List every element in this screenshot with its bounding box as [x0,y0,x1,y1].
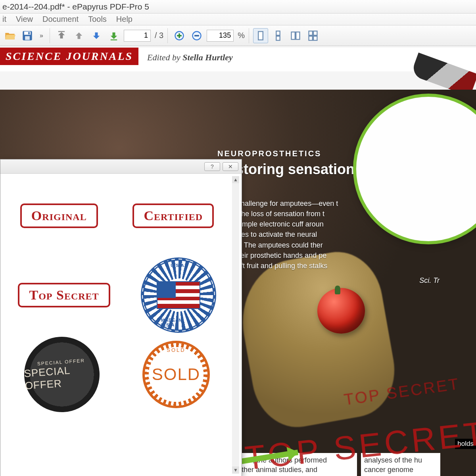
stamp-made-in-usa[interactable]: U.S.A. MADE IN U.S.A. [141,257,216,333]
close-icon: ✕ [228,163,233,170]
dialog-body: Original Certified Top Secret U.S.A. MAD… [3,176,231,474]
svg-rect-9 [276,31,280,35]
arrow-down-icon [91,30,102,41]
svg-rect-8 [258,31,263,40]
question-icon: ? [211,163,214,170]
toolbar-overflow[interactable]: » [37,32,46,39]
article-credit: Sci. Tr [217,276,455,285]
scroll-up-button[interactable]: ▲ [232,176,239,183]
svg-rect-11 [291,32,295,39]
single-page-view-button[interactable] [253,28,268,43]
single-page-icon [255,30,266,41]
journal-banner: SCIENCE JOURNALS Edited by Stella Hurtle… [0,48,476,71]
separator [167,28,168,43]
zoom-unit-label: % [238,31,245,40]
menu-view[interactable]: View [16,15,33,24]
continuous-view-button[interactable] [271,28,286,43]
stamp-original[interactable]: Original [20,203,98,228]
zoom-out-icon [191,30,202,41]
stamp-overlay-topsecret-large: TOP SECRET [243,414,476,476]
last-page-button[interactable] [106,28,121,43]
menu-help[interactable]: Help [116,15,132,24]
svg-rect-14 [313,31,317,35]
facing-pages-icon [290,30,301,41]
dialog-close-button[interactable]: ✕ [223,162,238,171]
arrow-last-icon [108,30,119,41]
svg-rect-3 [28,32,30,34]
edited-by-prefix: Edited by [147,52,182,62]
stamp-picker-dialog: ? ✕ ▲ ▼ Original Certified Top Secret U.… [0,159,242,476]
svg-rect-12 [296,32,299,39]
scroll-down-button[interactable]: ▼ [232,466,239,474]
svg-rect-15 [309,36,312,40]
menu-tools[interactable]: Tools [88,15,107,24]
stamp-special-offer[interactable]: SPECIAL OFFER SPECIAL OFFER [22,334,102,415]
svg-rect-13 [309,31,312,35]
dialog-title-bar[interactable]: ? ✕ [0,159,242,174]
editor-name: Stella Hurtley [182,52,233,62]
facing-view-button[interactable] [288,28,303,43]
menu-bar: it View Document Tools Help [0,13,476,25]
arrow-up-icon [73,30,84,41]
edited-by: Edited by Stella Hurtley [147,52,233,63]
page-number-input[interactable] [124,30,151,42]
stamp-sold[interactable]: SOLD [142,341,210,408]
tomato-illustration [317,288,365,334]
document-viewport[interactable]: SCIENCE JOURNALS Edited by Stella Hurtle… [0,46,476,476]
menu-edit[interactable]: it [2,15,6,24]
svg-rect-5 [111,39,117,40]
open-button[interactable] [2,28,17,43]
zoom-in-icon [174,30,185,41]
next-page-button[interactable] [89,28,104,43]
sold-text: SOLD [152,365,200,384]
svg-rect-2 [25,36,30,40]
usa-flag-icon [157,281,200,309]
window-title: e-2014--204.pdf* - ePapyrus PDF-Pro 5 [2,2,149,12]
toolbar: » / 3 % [0,25,476,46]
folder-open-icon [4,30,15,41]
first-page-button[interactable] [54,28,69,43]
zoom-in-button[interactable] [172,28,187,43]
separator [50,28,50,43]
usa-seal-bottom-text: MADE IN U.S.A. [161,318,196,327]
continuous-facing-icon [307,30,319,41]
zoom-input[interactable] [207,30,234,42]
stamp-certified[interactable]: Certified [132,203,214,228]
menu-document[interactable]: Document [42,15,79,24]
continuous-facing-view-button[interactable] [305,28,321,43]
arrow-first-icon [56,30,67,41]
dialog-help-button[interactable]: ? [204,162,220,171]
svg-rect-10 [276,36,280,40]
window-title-bar: e-2014--204.pdf* - ePapyrus PDF-Pro 5 [0,0,476,13]
stamp-top-secret[interactable]: Top Secret [18,283,110,307]
zoom-out-button[interactable] [189,28,204,43]
page-total-label: / 3 [155,31,163,40]
save-button[interactable] [20,28,35,43]
svg-rect-4 [58,31,65,32]
separator [249,28,249,43]
journal-badge: SCIENCE JOURNALS [0,48,138,65]
offer-big-text: SPECIAL OFFER [24,362,101,392]
usa-seal-top-text: U.S.A. [171,263,186,268]
svg-rect-16 [313,36,317,40]
prev-page-button[interactable] [71,28,86,43]
continuous-page-icon [273,30,284,41]
dialog-scrollbar[interactable]: ▲ ▼ [232,176,239,474]
floppy-save-icon [22,30,33,41]
